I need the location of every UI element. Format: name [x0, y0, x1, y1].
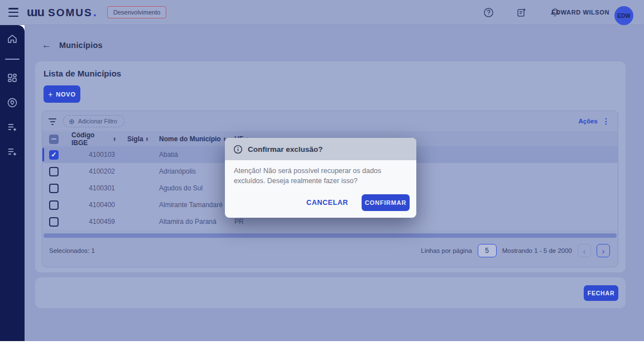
horizontal-scrollbar[interactable]	[44, 233, 617, 238]
avatar[interactable]: EDW	[614, 6, 633, 25]
cell-nome: Almirante Tamandaré	[159, 201, 234, 209]
selected-count: Selecionados: 1	[49, 247, 95, 254]
circle-plus-icon: ⊕	[69, 118, 75, 124]
sidebar-item-home[interactable]	[6, 33, 18, 45]
cell-uf: PR	[234, 218, 268, 226]
modal-message: Atenção! Não será possível recuperar os …	[225, 160, 416, 186]
filter-icon[interactable]	[48, 117, 57, 125]
cell-nome: Adrianópolis	[159, 167, 234, 175]
menu-icon[interactable]	[8, 8, 18, 17]
column-header-nome[interactable]: Nome do Município ▲▼	[159, 135, 234, 143]
cell-nome: Agudos do Sul	[159, 184, 234, 192]
kebab-menu-icon: ⋮	[602, 117, 610, 126]
cancel-button[interactable]: CANCELAR	[303, 198, 352, 207]
logo-word: somus	[48, 7, 93, 19]
app-window: ɯu somus . Desenvolvimento EDWARD WILSON…	[0, 0, 644, 345]
new-button[interactable]: + NOVO	[44, 85, 80, 103]
sort-icon[interactable]: ▲▼	[146, 137, 148, 142]
sidebar	[0, 25, 25, 341]
row-checkbox[interactable]	[49, 167, 59, 176]
table-toolbar: ⊕ Adicionar Filtro Ações ⋮	[42, 111, 618, 131]
modal-title: Confirmar exclusão?	[248, 145, 323, 154]
range-label: Mostrando 1 - 5 de 2000	[502, 247, 572, 254]
help-icon[interactable]	[483, 7, 494, 18]
cell-codigo-ibge: 4100400	[71, 201, 116, 209]
modal-header: Confirmar exclusão?	[225, 138, 416, 160]
modal-footer: CANCELAR CONFIRMAR	[225, 186, 416, 218]
request-note-icon[interactable]	[516, 7, 527, 18]
logo-mark: ɯu	[27, 5, 44, 20]
sidebar-divider	[5, 59, 20, 60]
sidebar-item-list-add-alt-icon[interactable]	[6, 146, 18, 158]
page-header: ← Municípios	[42, 40, 103, 51]
environment-badge: Desenvolvimento	[107, 6, 166, 18]
actions-menu-button[interactable]: Ações ⋮	[578, 117, 610, 126]
column-header-sigla[interactable]: Sigla ▲▼	[116, 135, 159, 143]
confirm-button[interactable]: CONFIRMAR	[362, 194, 410, 211]
bottom-action-bar: FECHAR	[35, 277, 626, 308]
sidebar-item-location-icon[interactable]	[6, 97, 18, 109]
select-all-checkbox[interactable]	[49, 135, 59, 144]
sidebar-item-modules-grid-icon[interactable]	[6, 72, 18, 84]
rows-per-page-select[interactable]: 5	[478, 244, 497, 257]
add-filter-button[interactable]: ⊕ Adicionar Filtro	[63, 115, 124, 127]
previous-page-button[interactable]: ‹	[578, 244, 591, 257]
back-arrow-icon[interactable]: ←	[42, 40, 51, 51]
cell-nome: Abatiá	[159, 151, 234, 159]
cell-codigo-ibge: 4100459	[71, 218, 116, 226]
logo-dot: .	[93, 5, 97, 20]
sidebar-item-list-add-icon[interactable]	[6, 121, 18, 133]
cell-codigo-ibge: 4100103	[71, 151, 116, 159]
cell-codigo-ibge: 4100202	[71, 167, 116, 175]
next-page-button[interactable]: ›	[597, 244, 610, 257]
close-button[interactable]: FECHAR	[584, 285, 618, 301]
row-checkbox[interactable]	[49, 150, 59, 160]
page-title: Municípios	[59, 41, 103, 50]
column-header-codigo-ibge[interactable]: Código IBGE ▲▼	[71, 131, 116, 147]
app-logo: ɯu somus .	[27, 5, 97, 20]
info-icon	[233, 145, 243, 154]
user-name: EDWARD WILSON	[551, 9, 609, 16]
card-title: Lista de Municípios	[44, 69, 121, 78]
row-checkbox[interactable]	[49, 200, 59, 210]
row-checkbox[interactable]	[49, 184, 59, 193]
row-checkbox[interactable]	[49, 217, 59, 227]
topbar: ɯu somus . Desenvolvimento EDWARD WILSON…	[0, 0, 644, 25]
cell-codigo-ibge: 4100301	[71, 184, 116, 192]
plus-icon: +	[48, 90, 53, 99]
confirm-delete-modal: Confirmar exclusão? Atenção! Não será po…	[225, 138, 416, 218]
rows-per-page-label: Linhas por página	[421, 247, 472, 254]
cell-nome: Altamira do Paraná	[159, 218, 234, 226]
table-footer: Selecionados: 1 Linhas por página 5 Most…	[42, 238, 618, 263]
